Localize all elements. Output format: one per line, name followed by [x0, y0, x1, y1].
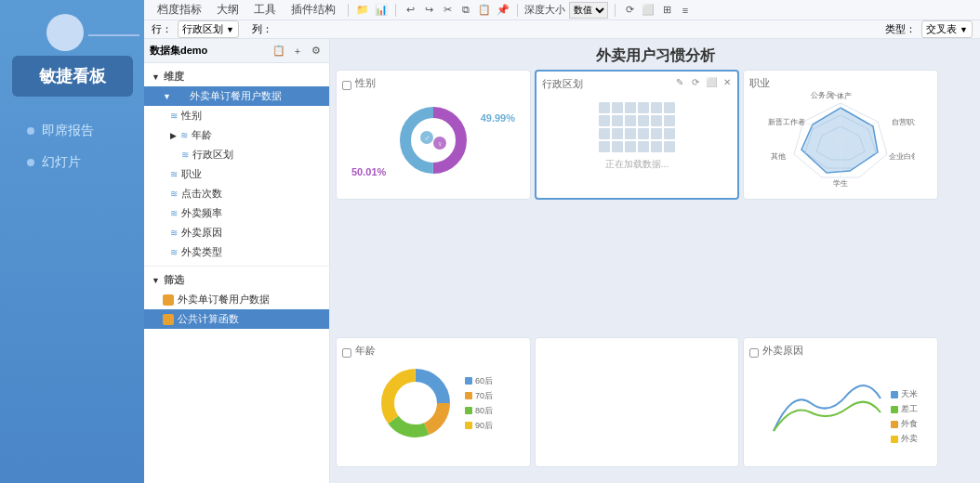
legend-dot-70	[465, 392, 472, 399]
field-icon-reason: ≋	[170, 228, 178, 238]
slides-label: 幻灯片	[42, 154, 81, 171]
public-calc-label: 公共计算函数	[178, 312, 239, 326]
tree-node-reason[interactable]: ≋ 外卖原因	[144, 223, 329, 242]
row-filter-dropdown[interactable]: 行政区划 ▼	[178, 20, 239, 38]
region-chart-title: 行政区划	[542, 77, 583, 91]
dashboard-title: 外卖用户习惯分析	[330, 39, 980, 70]
tree-node-dimension[interactable]: ▼ 维度	[144, 67, 329, 86]
loading-grid	[599, 102, 675, 152]
sidebar-item-instant-report[interactable]: 即席报告	[12, 115, 133, 147]
reason-vis: 天米 差工 外食	[749, 361, 932, 445]
expand-icon: ▼	[152, 72, 160, 82]
pin-icon[interactable]: 📌	[496, 3, 510, 18]
canvas-scroll[interactable]: 外卖用户习惯分析 性别	[330, 39, 980, 483]
redo-icon[interactable]: ↪	[421, 3, 436, 18]
tree-add-icon[interactable]: +	[290, 44, 305, 59]
region-refresh-icon[interactable]: ⟳	[689, 75, 702, 88]
gender-donut-svg: ♂ ♀	[391, 98, 475, 182]
menu-icon[interactable]: ≡	[678, 3, 693, 18]
region-toolbar: ✎ ⟳ ⬜ ✕	[673, 75, 734, 88]
lc13	[599, 128, 610, 139]
profession-chart-card: 职业	[743, 70, 938, 200]
svg-text:公务员: 公务员	[811, 91, 833, 99]
paste-icon[interactable]: 📋	[477, 3, 492, 18]
menu-tools[interactable]: 工具	[248, 0, 282, 20]
legend-dot-cg	[891, 406, 898, 413]
svg-text:♀: ♀	[437, 139, 444, 149]
lc11	[651, 115, 662, 126]
tree-node-age[interactable]: ▶ ≋ 年龄	[144, 125, 329, 145]
legend-dot-60	[465, 377, 472, 385]
legend-dot-80	[465, 407, 472, 414]
svg-marker-9	[801, 108, 878, 173]
tree-node-waimai-filter[interactable]: 外卖单订餐用户数据	[144, 290, 329, 309]
tree-node-profession[interactable]: ≋ 职业	[144, 164, 329, 184]
field-icon-type: ≋	[170, 247, 178, 257]
age-label: 年龄	[192, 128, 212, 142]
sidebar-item-slides[interactable]: 幻灯片	[12, 147, 133, 178]
sidebar-main-item[interactable]: 敏捷看板	[12, 56, 133, 97]
type-dropdown[interactable]: 交叉表 ▼	[921, 20, 973, 38]
font-label: 深度大小	[524, 3, 565, 17]
folder-icon[interactable]: 📁	[355, 3, 370, 18]
tree-node-filter[interactable]: ▼ 筛选	[144, 270, 329, 290]
reason-legend-tianmi: 天米	[891, 388, 918, 400]
age-checkbox[interactable]	[342, 348, 351, 358]
font-select[interactable]: 数值	[569, 2, 608, 19]
tree-title: 数据集demo	[150, 44, 268, 58]
menu-duliang[interactable]: 档度指标	[152, 0, 207, 20]
region-pencil-icon[interactable]: ✎	[673, 75, 686, 88]
chart-icon[interactable]: 📊	[374, 3, 389, 18]
tree-settings-icon[interactable]: ⚙	[309, 44, 324, 59]
grid-icon[interactable]: ⊞	[659, 3, 674, 18]
profession-label: 职业	[181, 167, 202, 181]
tree-node-region[interactable]: ≋ 行政区划	[144, 145, 329, 164]
female-pct: 50.01%	[351, 166, 386, 177]
tree-node-clicks[interactable]: ≋ 点击次数	[144, 184, 329, 203]
toolbar-sep3	[517, 4, 518, 17]
svg-text:其他: 其他	[771, 152, 786, 161]
region-loading: 正在加载数据...	[542, 95, 732, 178]
lc8	[612, 115, 623, 126]
copy-icon[interactable]: ⧉	[458, 3, 473, 18]
tree-node-frequency[interactable]: ≋ 外卖频率	[144, 203, 329, 223]
fullscreen-icon[interactable]: ⬜	[641, 3, 656, 18]
field-icon-clicks: ≋	[170, 189, 178, 199]
gender-chart-card: 性别 ♂	[336, 70, 531, 200]
region-close-icon[interactable]: ✕	[721, 75, 734, 88]
cut-icon[interactable]: ✂	[440, 3, 455, 18]
undo-icon[interactable]: ↩	[403, 3, 417, 18]
reason-checkbox[interactable]	[749, 348, 759, 358]
refresh-icon[interactable]: ⟳	[622, 3, 637, 18]
gender-checkbox[interactable]	[342, 81, 351, 90]
svg-text:企业白领: 企业白领	[889, 152, 915, 161]
legend-90hou: 90后	[465, 420, 493, 432]
tree-node-public-calc[interactable]: 公共计算函数	[144, 309, 329, 329]
age-legend: 60后 70后 80后	[465, 375, 493, 432]
menu-dagang[interactable]: 大纲	[211, 0, 245, 20]
legend-70-label: 70后	[475, 390, 493, 402]
folder-icon-orange2	[163, 314, 174, 325]
male-pct: 49.99%	[481, 112, 515, 124]
menu-plugins[interactable]: 插件结构	[285, 0, 341, 20]
tree-node-gender[interactable]: ≋ 性别	[144, 106, 329, 125]
waimai-data-label: 外卖单订餐用户数据	[190, 89, 282, 103]
tree-node-waimai-data[interactable]: ▼ 外卖单订餐用户数据	[144, 86, 329, 106]
chevron-down-icon: ▼	[226, 25, 234, 34]
lc20	[612, 141, 623, 152]
profession-chart-title: 职业	[749, 76, 770, 90]
charts-grid-row1: 性别 ♂	[330, 70, 980, 333]
age-chart-vis: 60后 70后 80后	[342, 361, 524, 445]
lc1	[599, 102, 610, 113]
svg-text:自营职业: 自营职业	[892, 118, 915, 126]
svg-text:新晋工作者: 新晋工作者	[768, 118, 805, 126]
region-expand-icon[interactable]: ⬜	[705, 75, 718, 88]
legend-dot-wm	[891, 436, 898, 443]
gender-title-box: 性别	[342, 76, 524, 94]
field-icon-profession: ≋	[170, 169, 178, 179]
region-header: 行政区划 ✎ ⟳ ⬜ ✕	[542, 77, 732, 95]
canvas-inner: 外卖用户习惯分析 性别	[330, 39, 980, 483]
tree-node-type[interactable]: ≋ 外卖类型	[144, 242, 329, 262]
age-chart-title: 年龄	[355, 344, 376, 358]
tree-copy-icon[interactable]: 📋	[271, 44, 286, 59]
